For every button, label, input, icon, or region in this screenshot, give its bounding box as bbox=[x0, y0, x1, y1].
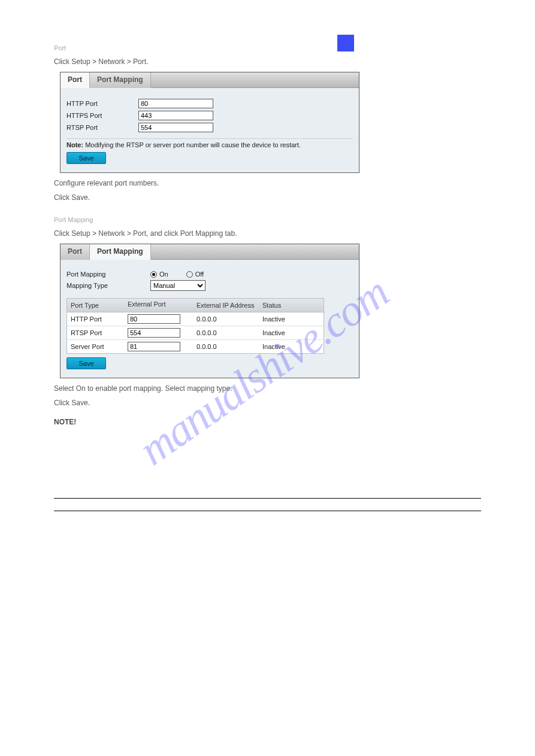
th-external-port: External Port bbox=[124, 299, 193, 312]
mapping-type-label: Mapping Type bbox=[67, 282, 150, 289]
cell-status: Inactive bbox=[259, 340, 319, 353]
th-port-type: Port Type bbox=[67, 299, 124, 312]
tab-port[interactable]: Port bbox=[61, 72, 90, 88]
save-button-mapping[interactable]: Save bbox=[67, 357, 106, 369]
footer-lines bbox=[54, 498, 481, 511]
mapping-table: Port Type External Port External IP Addr… bbox=[67, 298, 324, 354]
note-title: NOTE! bbox=[54, 418, 481, 426]
tab-port-2[interactable]: Port bbox=[61, 244, 90, 260]
rtsp-port-label: RTSP Port bbox=[67, 124, 138, 131]
cell-port-type: RTSP Port bbox=[67, 326, 124, 339]
note-line: Note: Modifying the RTSP or server port … bbox=[67, 138, 353, 148]
cell-ip: 0.0.0.0 bbox=[193, 326, 259, 339]
th-status: Status bbox=[259, 299, 319, 312]
cell-ext-input[interactable] bbox=[128, 328, 180, 338]
step-text-1: Click Setup > Network > Port. bbox=[54, 57, 481, 66]
https-port-label: HTTPS Port bbox=[67, 112, 138, 119]
https-port-input[interactable] bbox=[138, 111, 213, 120]
http-port-input[interactable] bbox=[138, 99, 213, 108]
port-panel: Port Port Mapping HTTP Port HTTPS Port R… bbox=[60, 72, 359, 173]
note-text: Modifying the RTSP or server port number… bbox=[85, 141, 301, 148]
section-heading-mapping: Port Mapping bbox=[54, 216, 481, 223]
radio-on-circle bbox=[150, 271, 157, 278]
th-external-ip: External IP Address bbox=[193, 299, 259, 312]
cell-ext-input[interactable] bbox=[128, 314, 180, 324]
port-panel-body: HTTP Port HTTPS Port RTSP Port Note: Mod… bbox=[61, 88, 359, 172]
mapping-step-3: Click Save. bbox=[54, 399, 481, 407]
step-text-2: Configure relevant port numbers. bbox=[54, 179, 481, 187]
table-head: Port Type External Port External IP Addr… bbox=[67, 299, 324, 312]
radio-group-onoff: On Off bbox=[150, 271, 204, 278]
divider bbox=[54, 511, 481, 511]
cell-status: Inactive bbox=[259, 312, 319, 326]
mapping-panel-body: Port Mapping On Off Mapping Type Manual bbox=[61, 260, 359, 378]
radio-off-circle bbox=[186, 271, 193, 278]
tab-port-mapping-2[interactable]: Port Mapping bbox=[90, 244, 151, 260]
tab-port-mapping[interactable]: Port Mapping bbox=[90, 72, 151, 88]
radio-off[interactable]: Off bbox=[186, 271, 204, 278]
http-port-label: HTTP Port bbox=[67, 100, 138, 107]
mapping-step-2: Select On to enable port mapping. Select… bbox=[54, 384, 481, 393]
page-marker bbox=[337, 35, 354, 51]
cell-ip: 0.0.0.0 bbox=[193, 340, 259, 353]
tabs-port-panel: Port Port Mapping bbox=[61, 72, 359, 88]
save-button[interactable]: Save bbox=[67, 152, 106, 164]
divider bbox=[54, 498, 481, 499]
table-row: Server Port 0.0.0.0 Inactive bbox=[67, 340, 324, 353]
port-mapping-label: Port Mapping bbox=[67, 271, 150, 278]
cell-ext-input[interactable] bbox=[128, 342, 180, 351]
note-label: Note: bbox=[67, 141, 83, 148]
section-heading-port: Port bbox=[54, 44, 481, 51]
radio-on[interactable]: On bbox=[150, 271, 168, 278]
radio-on-label: On bbox=[159, 271, 168, 278]
table-row: RTSP Port 0.0.0.0 Inactive bbox=[67, 326, 324, 340]
rtsp-port-input[interactable] bbox=[138, 123, 213, 132]
cell-ip: 0.0.0.0 bbox=[193, 312, 259, 326]
cell-port-type: HTTP Port bbox=[67, 312, 124, 326]
cell-status: Inactive bbox=[259, 326, 319, 339]
step-text-3: Click Save. bbox=[54, 193, 481, 202]
mapping-type-select[interactable]: Manual bbox=[150, 280, 205, 291]
cell-port-type: Server Port bbox=[67, 340, 124, 353]
tabs-mapping-panel: Port Port Mapping bbox=[61, 244, 359, 260]
radio-off-label: Off bbox=[195, 271, 204, 278]
mapping-step-1: Click Setup > Network > Port, and click … bbox=[54, 229, 481, 238]
table-row: HTTP Port 0.0.0.0 Inactive bbox=[67, 312, 324, 326]
mapping-panel: Port Port Mapping Port Mapping On Off bbox=[60, 244, 359, 378]
